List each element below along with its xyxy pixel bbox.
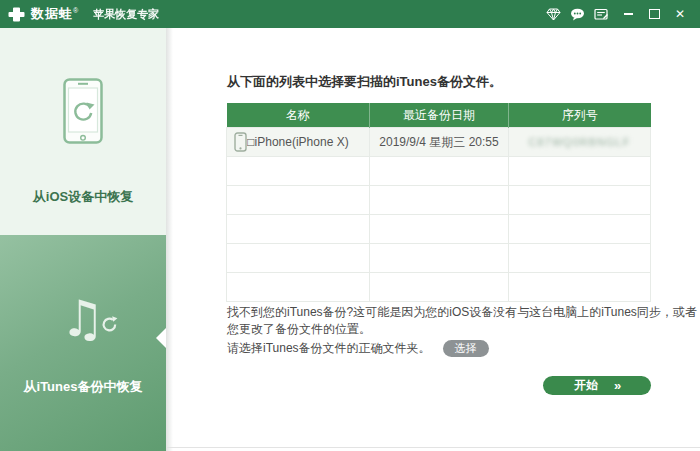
device-name: □iPhone(iPhone X) xyxy=(247,135,348,149)
device-name-cell: □iPhone(iPhone X) xyxy=(227,128,370,157)
cross-logo-icon xyxy=(8,6,25,23)
minimize-button[interactable] xyxy=(620,6,636,22)
sync-badge-icon xyxy=(100,289,119,345)
titlebar: 数据蛙® 苹果恢复专家 xyxy=(0,0,700,28)
table-row-empty xyxy=(227,215,651,244)
start-button-label: 开始 xyxy=(574,377,598,394)
column-header-serial: 序列号 xyxy=(509,103,651,128)
chat-icon[interactable] xyxy=(568,5,586,23)
serial-number: C87WQ0RBNGLF xyxy=(529,136,631,148)
folder-prompt-text: 请选择iTunes备份文件的正确文件夹。 xyxy=(227,340,431,357)
sidebar-item-itunes-recovery[interactable]: ♫ 从iTunes备份中恢复 xyxy=(0,235,166,451)
table-row-empty xyxy=(227,186,651,215)
sidebar-shadow xyxy=(166,28,173,451)
column-header-date: 最近备份日期 xyxy=(370,103,509,128)
backup-help-text: 找不到您的iTunes备份?这可能是因为您的iOS设备没有与这台电脑上的iTun… xyxy=(227,304,697,338)
empty-cell xyxy=(509,157,651,186)
empty-cell xyxy=(509,244,651,273)
sidebar-item-ios-recovery[interactable]: 从iOS设备中恢复 xyxy=(0,28,166,235)
app-name: 数据蛙® xyxy=(31,5,79,23)
app-window: 数据蛙® 苹果恢复专家 xyxy=(0,0,700,451)
sidebar-item-label: 从iOS设备中恢复 xyxy=(0,188,166,206)
table-row-empty xyxy=(227,273,651,302)
device-icon xyxy=(234,132,247,155)
empty-cell xyxy=(227,244,370,273)
feedback-icon[interactable] xyxy=(592,5,610,23)
backup-date-cell: 2019/9/4 星期三 20:55 xyxy=(370,128,509,157)
table-row-empty xyxy=(227,157,651,186)
page-heading: 从下面的列表中选择要扫描的iTunes备份文件。 xyxy=(227,73,502,91)
backup-row[interactable]: □iPhone(iPhone X)2019/9/4 星期三 20:55C87WQ… xyxy=(227,128,651,157)
empty-cell xyxy=(370,157,509,186)
empty-cell xyxy=(370,244,509,273)
empty-cell xyxy=(227,157,370,186)
empty-cell xyxy=(509,273,651,302)
music-sync-icon: ♫ xyxy=(0,291,166,347)
empty-cell xyxy=(227,215,370,244)
choose-folder-button[interactable]: 选择 xyxy=(443,340,489,357)
maximize-button[interactable] xyxy=(646,6,662,22)
titlebar-actions: ✕ xyxy=(538,5,700,23)
backup-table: 名称 最近备份日期 序列号 □iPhone(iPhone X)2019/9/4 … xyxy=(226,103,651,302)
column-header-name: 名称 xyxy=(227,103,370,128)
empty-cell xyxy=(509,186,651,215)
empty-cell xyxy=(370,273,509,302)
active-item-notch xyxy=(156,328,166,348)
double-chevron-icon: » xyxy=(614,378,620,393)
gem-icon[interactable] xyxy=(544,5,562,23)
app-tagline: 苹果恢复专家 xyxy=(93,7,159,22)
start-button[interactable]: 开始 » xyxy=(543,376,651,395)
empty-cell xyxy=(370,215,509,244)
folder-prompt-row: 请选择iTunes备份文件的正确文件夹。 选择 xyxy=(227,340,489,357)
close-button[interactable]: ✕ xyxy=(672,6,688,22)
empty-cell xyxy=(509,215,651,244)
sidebar-item-label: 从iTunes备份中恢复 xyxy=(0,378,166,396)
trademark: ® xyxy=(73,7,79,14)
backup-table-header: 名称 最近备份日期 序列号 xyxy=(227,103,651,128)
phone-sync-icon xyxy=(0,78,166,144)
maximize-icon xyxy=(649,9,660,19)
empty-cell xyxy=(227,273,370,302)
empty-cell xyxy=(370,186,509,215)
empty-cell xyxy=(227,186,370,215)
backup-table-body: □iPhone(iPhone X)2019/9/4 星期三 20:55C87WQ… xyxy=(227,128,651,302)
table-row-empty xyxy=(227,244,651,273)
window-bottom-edge xyxy=(167,447,700,448)
minimize-icon xyxy=(624,13,633,15)
app-logo: 数据蛙® 苹果恢复专家 xyxy=(0,5,159,23)
serial-cell: C87WQ0RBNGLF xyxy=(509,128,651,157)
